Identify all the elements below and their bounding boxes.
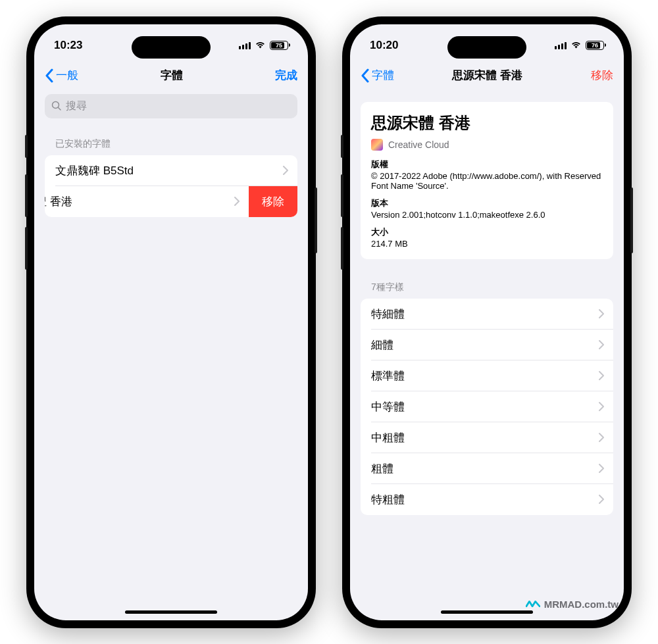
phone-right: 10:20 76 字體 思源宋體 香港 移除: [342, 16, 632, 628]
style-name: 特粗體: [361, 484, 599, 515]
app-name: Creative Cloud: [388, 139, 449, 150]
home-indicator[interactable]: [125, 610, 217, 614]
version-value: Version 2.001;hotconv 1.1.0;makeotfexe 2…: [371, 210, 603, 220]
battery-icon: 75: [270, 41, 288, 50]
content-area[interactable]: 思源宋體 香港 Creative Cloud 版權 © 2017-2022 Ad…: [350, 91, 624, 620]
dynamic-island: [132, 36, 211, 59]
font-row[interactable]: 文鼎魏碑 B5Std: [45, 155, 297, 186]
done-button[interactable]: 完成: [265, 68, 297, 83]
size-label: 大小: [371, 226, 603, 238]
style-row[interactable]: 標準體: [361, 360, 613, 391]
chevron-right-icon: [599, 464, 613, 473]
delete-button[interactable]: 移除: [249, 186, 297, 217]
style-name: 粗體: [361, 453, 599, 484]
size-value: 214.7 MB: [371, 239, 603, 249]
copyright-value: © 2017-2022 Adobe (http://www.adobe.com/…: [371, 171, 603, 191]
back-button[interactable]: 一般: [45, 68, 78, 83]
screen-right: 10:20 76 字體 思源宋體 香港 移除: [350, 24, 624, 620]
style-row[interactable]: 粗體: [361, 453, 613, 484]
style-name: 細體: [361, 330, 599, 360]
status-right: 75: [239, 39, 288, 52]
nav-bar: 一般 字體 完成: [34, 60, 308, 91]
version-block: 版本 Version 2.001;hotconv 1.1.0;makeotfex…: [371, 197, 603, 220]
style-row[interactable]: 中等體: [361, 391, 613, 422]
back-button[interactable]: 字體: [361, 68, 394, 83]
watermark: MRMAD.com.tw: [526, 597, 619, 611]
cellular-icon: [555, 41, 567, 49]
style-row[interactable]: 細體: [361, 330, 613, 360]
style-row[interactable]: 特細體: [361, 299, 613, 330]
status-time: 10:23: [54, 39, 82, 52]
wifi-icon: [255, 39, 266, 52]
back-label: 字體: [372, 68, 394, 83]
copyright-block: 版權 © 2017-2022 Adobe (http://www.adobe.c…: [371, 159, 603, 191]
chevron-right-icon: [599, 371, 613, 380]
svg-line-1: [59, 108, 61, 111]
chevron-right-icon: [599, 433, 613, 442]
style-row[interactable]: 特粗體: [361, 484, 613, 515]
copyright-label: 版權: [371, 159, 603, 170]
size-block: 大小 214.7 MB: [371, 226, 603, 249]
nav-title: 思源宋體 香港: [394, 68, 580, 83]
chevron-right-icon: [599, 402, 613, 411]
chevron-right-icon: [283, 166, 297, 175]
dynamic-island: [447, 36, 526, 59]
chevron-right-icon: [599, 340, 613, 349]
wifi-icon: [570, 39, 582, 52]
styles-header: 7種字樣: [350, 270, 624, 299]
watermark-text: MRMAD.com.tw: [544, 599, 619, 610]
back-label: 一般: [56, 68, 78, 83]
chevron-right-icon: [234, 197, 249, 206]
style-name: 標準體: [361, 360, 599, 391]
watermark-logo-icon: [526, 597, 540, 611]
font-row-swiped[interactable]: 豊 香港 移除: [45, 186, 297, 217]
battery-icon: 76: [586, 41, 604, 50]
search-input[interactable]: 搜尋: [45, 94, 297, 118]
nav-title: 字體: [78, 68, 265, 83]
styles-list: 特細體 細體 標準體 中等體 中粗體: [361, 299, 613, 515]
screen-left: 10:23 75 一般 字體 完成: [34, 24, 308, 620]
search-placeholder: 搜尋: [66, 99, 87, 113]
section-header-installed: 已安裝的字體: [34, 126, 308, 155]
chevron-right-icon: [599, 309, 613, 318]
status-time: 10:20: [370, 39, 398, 52]
style-row[interactable]: 中粗體: [361, 422, 613, 453]
status-right: 76: [555, 39, 604, 52]
font-name: 文鼎魏碑 B5Std: [45, 155, 283, 186]
font-name: 豊 香港: [45, 186, 234, 217]
cellular-icon: [239, 41, 251, 49]
style-name: 特細體: [361, 299, 599, 330]
remove-button[interactable]: 移除: [580, 68, 613, 83]
font-title: 思源宋體 香港: [371, 112, 603, 134]
version-label: 版本: [371, 197, 603, 209]
nav-bar: 字體 思源宋體 香港 移除: [350, 60, 624, 91]
content-area[interactable]: 搜尋 已安裝的字體 文鼎魏碑 B5Std 豊 香港: [34, 91, 308, 620]
phone-left: 10:23 75 一般 字體 完成: [26, 16, 316, 628]
font-info-card: 思源宋體 香港 Creative Cloud 版權 © 2017-2022 Ad…: [361, 102, 613, 259]
chevron-right-icon: [599, 495, 613, 504]
fonts-list: 文鼎魏碑 B5Std 豊 香港 移除: [45, 155, 297, 217]
creative-cloud-icon: [371, 139, 383, 151]
search-icon: [51, 101, 62, 111]
home-indicator[interactable]: [441, 610, 533, 614]
app-source-row[interactable]: Creative Cloud: [371, 139, 603, 151]
style-name: 中等體: [361, 391, 599, 422]
style-name: 中粗體: [361, 422, 599, 453]
